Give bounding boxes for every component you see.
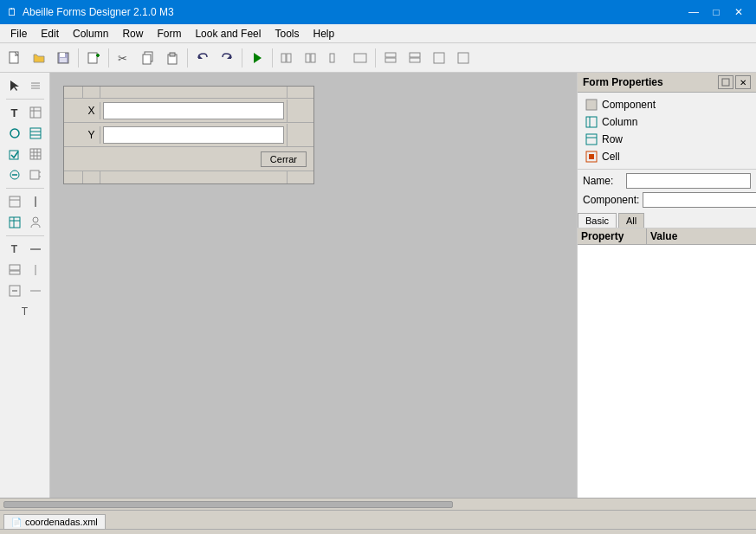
tab-all[interactable]: All: [618, 213, 644, 228]
user-tool[interactable]: [26, 213, 45, 232]
left-sep-2: [6, 188, 44, 189]
minus-tool[interactable]: [5, 281, 24, 300]
col-insert-before[interactable]: [276, 47, 299, 69]
zoom-in-tool[interactable]: [5, 261, 24, 280]
add-button[interactable]: [82, 47, 105, 69]
input-x[interactable]: [103, 102, 284, 119]
left-tool-row-7: [5, 213, 45, 232]
minus-circle-tool[interactable]: [5, 165, 24, 184]
copy-button[interactable]: [137, 47, 159, 69]
svg-rect-64: [586, 100, 597, 110]
menu-bar: File Edit Column Row Form Look and Feel …: [0, 24, 756, 43]
save-button[interactable]: [52, 47, 74, 69]
column-icon: [585, 115, 598, 129]
tree-component-label: Component: [602, 99, 656, 111]
toolbar: ✂: [0, 43, 756, 73]
left-tool-row-5: [5, 165, 45, 184]
svg-rect-67: [586, 134, 597, 145]
text2-tool[interactable]: T: [5, 240, 24, 259]
text-tool[interactable]: T: [5, 103, 24, 122]
row-btn-2[interactable]: [404, 47, 426, 69]
select-tool[interactable]: [5, 76, 24, 95]
input-y[interactable]: [103, 126, 284, 144]
dots-tool[interactable]: [26, 76, 45, 95]
left-tool-row-4: [5, 145, 45, 164]
grid-tool[interactable]: [26, 145, 45, 164]
svg-rect-65: [586, 117, 597, 127]
horizontal-scrollbar[interactable]: [0, 498, 756, 510]
open-button[interactable]: [28, 47, 50, 69]
cut-button[interactable]: ✂: [113, 47, 135, 69]
menu-edit[interactable]: Edit: [34, 26, 66, 42]
name-label: Name:: [583, 175, 623, 187]
row-icon: [585, 132, 598, 146]
tree-item-cell[interactable]: Cell: [581, 148, 753, 165]
menu-file[interactable]: File: [3, 26, 34, 42]
hline-tool[interactable]: [26, 240, 45, 259]
menu-look-and-feel[interactable]: Look and Feel: [188, 26, 268, 42]
new-button[interactable]: [3, 47, 26, 69]
cerrar-button[interactable]: Cerrar: [261, 151, 307, 167]
component-label: Component:: [583, 194, 639, 206]
spinner-tool[interactable]: [26, 165, 45, 184]
tree-item-component[interactable]: Component: [581, 96, 753, 113]
svg-rect-31: [30, 107, 41, 118]
menu-help[interactable]: Help: [306, 26, 341, 42]
tab-basic[interactable]: Basic: [578, 213, 617, 228]
svg-rect-3: [60, 58, 67, 62]
redo-button[interactable]: [216, 47, 238, 69]
left-toolbar: T: [0, 73, 50, 498]
table-tool[interactable]: [26, 103, 45, 122]
list-tool[interactable]: [26, 124, 45, 143]
name-input[interactable]: [626, 173, 751, 189]
close-button[interactable]: ✕: [728, 3, 749, 21]
minimize-button[interactable]: —: [683, 3, 704, 21]
table2-tool[interactable]: [5, 213, 24, 232]
main-area: T: [0, 73, 756, 498]
menu-tools[interactable]: Tools: [268, 26, 306, 42]
svg-rect-57: [10, 265, 20, 270]
canvas-area: X Y Cerrar: [50, 73, 577, 498]
menu-column[interactable]: Column: [66, 26, 115, 42]
fp-btn-restore[interactable]: [718, 75, 733, 89]
menu-row[interactable]: Row: [115, 26, 150, 42]
svg-rect-46: [30, 170, 39, 179]
document-tab[interactable]: 📄 coordenadas.xml: [3, 514, 106, 529]
col-delete[interactable]: [325, 47, 347, 69]
paste-button[interactable]: [161, 47, 184, 69]
component-input[interactable]: [643, 192, 756, 208]
run-button[interactable]: [246, 47, 268, 69]
svg-marker-13: [227, 55, 231, 59]
left-tool-row-8: T: [5, 240, 45, 259]
props-tree: Component Column Row Cell: [578, 93, 756, 169]
check-tool[interactable]: [5, 145, 24, 164]
circle-tool[interactable]: [5, 124, 24, 143]
title-bar: 🗒 Abeille Forms Designer 2.1.0 M3 — □ ✕: [0, 0, 756, 24]
tree-item-column[interactable]: Column: [581, 113, 753, 131]
undo-button[interactable]: [191, 47, 214, 69]
col-insert-after[interactable]: [300, 47, 323, 69]
svg-text:✂: ✂: [118, 52, 127, 65]
text3-tool[interactable]: T: [16, 302, 35, 321]
tree-item-row[interactable]: Row: [581, 131, 753, 148]
svg-rect-25: [434, 53, 444, 63]
col-expand[interactable]: [349, 47, 372, 69]
vline-tool[interactable]: [26, 192, 45, 211]
hline2-tool[interactable]: [26, 281, 45, 300]
svg-rect-58: [10, 271, 20, 274]
fp-btn-close[interactable]: ✕: [735, 75, 751, 89]
svg-rect-17: [306, 54, 310, 62]
form-canvas: X Y Cerrar: [63, 86, 314, 184]
row-btn-1[interactable]: [379, 47, 402, 69]
cell-icon: [585, 150, 598, 164]
row-btn-3[interactable]: [428, 47, 450, 69]
maximize-button[interactable]: □: [706, 3, 727, 21]
vline2-tool[interactable]: [26, 261, 45, 280]
row-btn-4[interactable]: [452, 47, 475, 69]
tree-column-label: Column: [602, 116, 637, 128]
svg-rect-11: [170, 53, 175, 56]
grid2-tool[interactable]: [5, 192, 24, 211]
menu-form[interactable]: Form: [150, 26, 188, 42]
left-tool-row-6: [5, 192, 45, 211]
toolbar-separator-1: [78, 48, 79, 68]
